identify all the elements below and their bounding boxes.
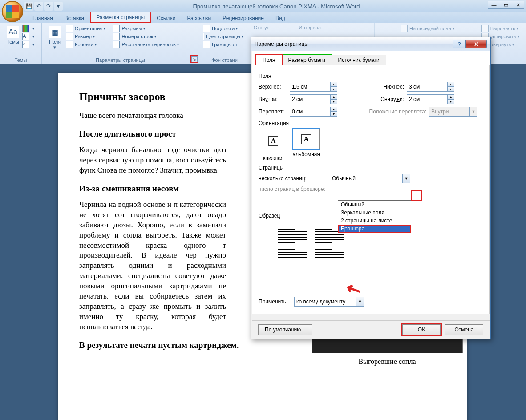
size-button[interactable]: Размер▾ xyxy=(66,33,105,40)
tab-review[interactable]: Рецензирование xyxy=(217,13,270,23)
size-icon xyxy=(66,33,73,40)
sheets-label: число страниц в брошюре: xyxy=(259,186,330,192)
tab-mailings[interactable]: Рассылки xyxy=(181,13,217,23)
spin-up-icon[interactable]: ▲ xyxy=(330,82,337,87)
dropdown-opt-booklet[interactable]: Брошюра xyxy=(338,225,411,233)
gutter-pos-combo: Внутри▼ xyxy=(429,107,477,117)
columns-button[interactable]: Колонки▾ xyxy=(66,41,105,48)
margins-section-label: Поля xyxy=(259,73,483,79)
tab-page-layout[interactable]: Разметка страницы xyxy=(90,12,151,23)
outside-margin-label: Снаружи: xyxy=(360,96,404,102)
theme-colors-button[interactable]: ▾ xyxy=(22,25,34,32)
orientation-button[interactable]: Ориентация▾ xyxy=(66,25,105,32)
apply-combo[interactable]: ко всему документу▼ xyxy=(294,297,364,307)
tab-insert[interactable]: Вставка xyxy=(59,13,90,23)
tab-references[interactable]: Ссылки xyxy=(151,13,181,23)
ok-button[interactable]: ОК xyxy=(402,324,441,335)
indent-label: Отступ xyxy=(254,25,270,30)
doc-para-2: Когда чернила банально подс очистки дюз … xyxy=(79,145,226,176)
dialog-tab-source[interactable]: Источник бумаги xyxy=(332,55,386,65)
gutter-pos-label: Положение переплета: xyxy=(360,109,426,115)
chevron-down-icon[interactable]: ▼ xyxy=(402,174,410,183)
dialog-tab-margins[interactable]: Поля xyxy=(256,55,282,65)
multi-pages-dropdown: Обычный Зеркальные поля 2 страницы на ли… xyxy=(338,200,411,233)
watermark-button[interactable]: Подложка▾ xyxy=(203,25,243,32)
gutter-input[interactable]: ▲▼ xyxy=(290,107,337,117)
themes-icon: Aa xyxy=(7,26,19,38)
doc-para-3: Чернила на водной основе и п категоричес… xyxy=(79,200,226,332)
portrait-icon xyxy=(263,129,283,153)
page-setup-group-label: Параметры страницы xyxy=(42,57,199,63)
spin-down-icon[interactable]: ▼ xyxy=(330,87,337,92)
orientation-landscape[interactable]: альбомная xyxy=(292,129,320,161)
window-controls: — ▭ ✕ xyxy=(488,1,524,9)
dialog-title: Параметры страницы xyxy=(255,41,308,47)
orientation-icon xyxy=(66,25,73,32)
bottom-margin-input[interactable]: ▲▼ xyxy=(407,82,454,92)
line-numbers-button[interactable]: Номера строк▾ xyxy=(113,33,178,40)
multi-pages-label: несколько страниц: xyxy=(259,175,330,182)
dropdown-opt-normal[interactable]: Обычный xyxy=(338,201,411,209)
qat-redo-icon[interactable]: ↷ xyxy=(44,2,53,11)
ribbon-tabs: Главная Вставка Разметка страницы Ссылки… xyxy=(0,12,526,23)
orientation-portrait[interactable]: книжная xyxy=(263,129,283,161)
page-background-group-label: Фон страни xyxy=(199,57,250,63)
breaks-button[interactable]: Разрывы▾ xyxy=(113,25,178,32)
dialog-close-button[interactable]: ✕ xyxy=(465,40,487,48)
margins-button[interactable]: ▦ Поля▾ xyxy=(45,25,64,51)
title-bar: 💾 ↶ ↷ ▾ Промывка печатающей головки Cano… xyxy=(0,0,526,12)
tab-view[interactable]: Вид xyxy=(270,13,291,23)
preview-left-page xyxy=(276,226,309,276)
effects-icon: ○ xyxy=(22,41,29,48)
bring-front-icon xyxy=(401,25,408,32)
align-button[interactable]: Выровнять▾ xyxy=(481,25,519,32)
fonts-icon: A xyxy=(22,33,29,40)
theme-fonts-button[interactable]: A▾ xyxy=(22,33,34,40)
office-button[interactable] xyxy=(2,1,23,22)
minimize-button[interactable]: — xyxy=(488,1,500,9)
qat-save-icon[interactable]: 💾 xyxy=(24,2,33,11)
top-margin-label: Верхнее: xyxy=(259,84,290,90)
hyphenation-button[interactable]: Расстановка переносов▾ xyxy=(113,41,178,48)
page-color-button[interactable]: Цвет страницы▾ xyxy=(203,33,243,40)
hyphenation-icon xyxy=(113,41,120,48)
cancel-button[interactable]: Отмена xyxy=(445,324,483,335)
colors-icon xyxy=(22,25,29,32)
dropdown-opt-mirror[interactable]: Зеркальные поля xyxy=(338,209,411,217)
dialog-body: Поля Верхнее: ▲▼ Нижнее: ▲▼ Внутри: ▲▼ С… xyxy=(252,65,490,314)
themes-button[interactable]: Aa Темы xyxy=(4,25,22,49)
theme-effects-button[interactable]: ○▾ xyxy=(22,41,34,48)
dialog-title-bar[interactable]: Параметры страницы ? ✕ xyxy=(251,37,490,51)
dropdown-opt-2pages[interactable]: 2 страницы на листе xyxy=(338,217,411,225)
page-borders-icon xyxy=(203,41,210,48)
multi-pages-combo[interactable]: Обычный ▼ xyxy=(330,174,410,183)
gutter-label: Переплет: xyxy=(259,109,290,115)
dialog-help-button[interactable]: ? xyxy=(453,40,466,48)
dialog-footer: По умолчанию... ОК Отмена xyxy=(252,320,490,338)
inside-margin-input[interactable]: ▲▼ xyxy=(290,94,337,104)
qat-customize-icon[interactable]: ▾ xyxy=(54,2,63,11)
breaks-icon xyxy=(113,25,120,32)
default-button[interactable]: По умолчанию... xyxy=(258,324,312,335)
margins-icon: ▦ xyxy=(49,26,61,38)
close-button[interactable]: ✕ xyxy=(512,1,524,9)
maximize-button[interactable]: ▭ xyxy=(500,1,512,9)
dialog-tabs: Поля Размер бумаги Источник бумаги xyxy=(252,51,490,65)
page-setup-dialog-launcher[interactable]: ↘ xyxy=(191,56,198,62)
outside-margin-input[interactable]: ▲▼ xyxy=(407,94,454,104)
qat-undo-icon[interactable]: ↶ xyxy=(34,2,43,11)
page-borders-button[interactable]: Границы ст xyxy=(203,41,243,48)
top-margin-input[interactable]: ▲▼ xyxy=(290,82,337,92)
landscape-icon xyxy=(293,129,320,149)
watermark-icon xyxy=(203,25,210,32)
page-color-icon xyxy=(203,33,204,40)
window-title: Промывка печатающей головки Canon PIXMA … xyxy=(27,3,526,10)
dialog-tab-paper[interactable]: Размер бумаги xyxy=(282,55,332,65)
apply-label: Применить: xyxy=(259,299,294,305)
orientation-section-label: Ориентация xyxy=(259,120,483,126)
preview-right-page xyxy=(313,226,346,276)
tab-home[interactable]: Главная xyxy=(27,13,59,23)
spacing-label: Интервал xyxy=(299,25,321,30)
line-numbers-icon xyxy=(113,33,120,40)
inside-margin-label: Внутри: xyxy=(259,96,290,102)
